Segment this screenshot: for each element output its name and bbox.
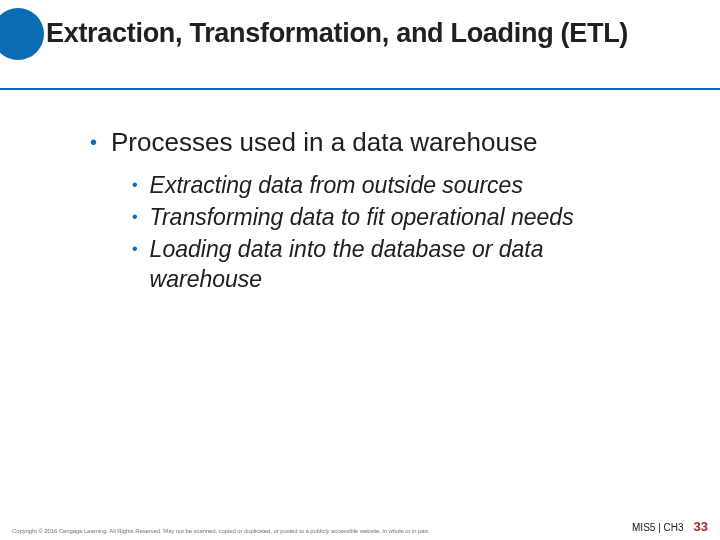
page-number: 33	[694, 519, 708, 534]
bullet-main: • Processes used in a data warehouse	[90, 126, 680, 158]
sub-bullet-text: Loading data into the database or data w…	[150, 234, 610, 294]
sub-bullet: • Extracting data from outside sources	[132, 170, 680, 200]
bullet-dot: •	[132, 170, 138, 200]
bullet-main-text: Processes used in a data warehouse	[111, 126, 537, 158]
sub-bullet-list: • Extracting data from outside sources •…	[90, 168, 680, 294]
sub-bullet: • Transforming data to fit operational n…	[132, 202, 680, 232]
bullet-dot: •	[132, 202, 138, 232]
page-info: MIS5 | CH3 33	[632, 519, 708, 534]
copyright-text: Copyright © 2016 Cengage Learning. All R…	[12, 528, 429, 534]
sub-bullet: • Loading data into the database or data…	[132, 234, 680, 294]
accent-circle	[0, 8, 44, 60]
sub-bullet-text: Transforming data to fit operational nee…	[150, 202, 574, 232]
course-label: MIS5 | CH3	[632, 522, 684, 533]
slide-title: Extraction, Transformation, and Loading …	[46, 18, 628, 49]
footer: Copyright © 2016 Cengage Learning. All R…	[0, 519, 720, 534]
bullet-dot: •	[132, 234, 138, 264]
slide-body: • Processes used in a data warehouse • E…	[0, 90, 720, 294]
sub-bullet-text: Extracting data from outside sources	[150, 170, 523, 200]
bullet-dot: •	[90, 126, 97, 158]
